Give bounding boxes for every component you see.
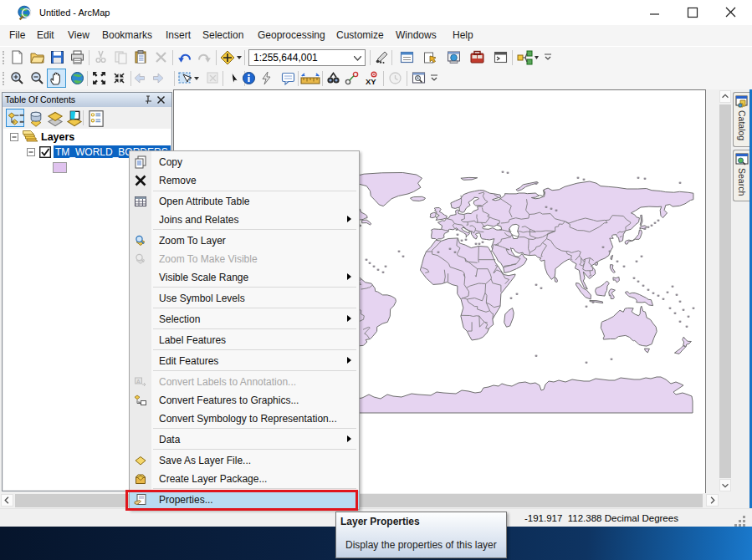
svg-text:XY: XY	[366, 77, 376, 86]
svg-text:A: A	[136, 379, 141, 384]
